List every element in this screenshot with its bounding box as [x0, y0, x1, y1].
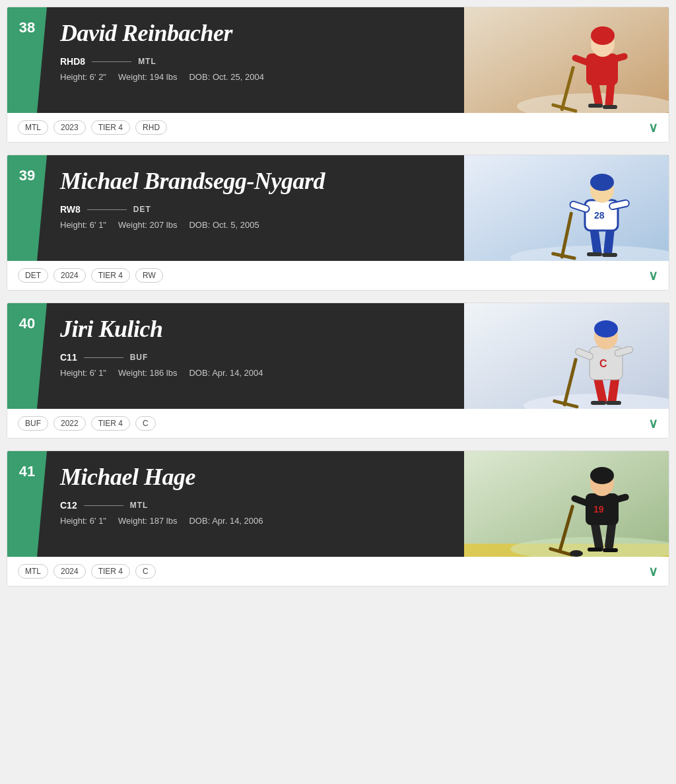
svg-rect-4	[588, 104, 603, 108]
dob-label: DOB: Oct. 25, 2004	[189, 72, 263, 82]
tag-2024: 2024	[53, 268, 86, 283]
svg-rect-18	[602, 253, 617, 257]
card-top-kulich: 40 Jiri Kulich C11 BUF Height: 6' 1" Wei…	[7, 303, 669, 409]
svg-point-23	[590, 174, 614, 191]
player-image-kulich: C	[464, 303, 669, 409]
svg-point-38	[594, 320, 618, 338]
tag-tier-4: TIER 4	[91, 564, 130, 579]
rank-badge-kulich: 40	[7, 303, 47, 409]
position-row-brandsegg: RW8 DET	[60, 204, 455, 215]
team-label-reinbacher: MTL	[138, 57, 156, 66]
svg-text:C: C	[599, 358, 607, 369]
weight-label: Weight: 187 lbs	[118, 516, 177, 526]
card-top-brandsegg: 39 Michael Brandsegg-Nygard RW8 DET Heig…	[7, 155, 669, 261]
expand-chevron-brandsegg[interactable]: ∨	[648, 267, 658, 283]
card-bottom-reinbacher[interactable]: MTL2023TIER 4RHD ∨	[7, 113, 669, 142]
stats-row-reinbacher: Height: 6' 2" Weight: 194 lbs DOB: Oct. …	[60, 72, 455, 82]
tag-2024: 2024	[53, 564, 86, 579]
svg-point-53	[590, 467, 614, 484]
stats-row-hage: Height: 6' 1" Weight: 187 lbs DOB: Apr. …	[60, 516, 455, 526]
tag-rhd: RHD	[135, 120, 167, 135]
weight-label: Weight: 194 lbs	[118, 72, 177, 82]
position-label-reinbacher: RHD8	[60, 56, 85, 67]
expand-chevron-hage[interactable]: ∨	[648, 563, 658, 579]
svg-point-56	[570, 550, 583, 557]
position-label-kulich: C11	[60, 352, 77, 363]
svg-rect-32	[606, 401, 621, 405]
height-label: Height: 6' 1"	[60, 220, 106, 230]
stats-row-brandsegg: Height: 6' 1" Weight: 207 lbs DOB: Oct. …	[60, 220, 455, 230]
divider-line-hage	[84, 505, 123, 506]
player-name-kulich: Jiri Kulich	[60, 315, 455, 343]
card-top-reinbacher: 38 David Reinbacher RHD8 MTL Height: 6' …	[7, 7, 669, 113]
rank-badge-hage: 41	[7, 451, 47, 557]
dob-label: DOB: Apr. 14, 2004	[189, 368, 263, 378]
player-name-reinbacher: David Reinbacher	[60, 19, 455, 47]
position-label-hage: C12	[60, 500, 77, 511]
weight-label: Weight: 207 lbs	[118, 220, 177, 230]
card-info-kulich: Jiri Kulich C11 BUF Height: 6' 1" Weight…	[47, 303, 464, 409]
svg-rect-31	[591, 401, 606, 405]
tag-tier-4: TIER 4	[91, 416, 130, 431]
player-name-hage: Michael Hage	[60, 463, 455, 491]
card-bottom-brandsegg[interactable]: DET2024TIER 4RW ∨	[7, 261, 669, 290]
team-label-brandsegg: DET	[133, 205, 151, 214]
tag-c: C	[135, 564, 156, 579]
position-row-hage: C12 MTL	[60, 500, 455, 511]
player-card-brandsegg: 39 Michael Brandsegg-Nygard RW8 DET Heig…	[7, 155, 669, 291]
svg-rect-5	[603, 105, 617, 109]
player-card-reinbacher: 38 David Reinbacher RHD8 MTL Height: 6' …	[7, 7, 669, 143]
tag-2022: 2022	[53, 416, 86, 431]
height-label: Height: 6' 1"	[60, 368, 106, 378]
expand-chevron-reinbacher[interactable]: ∨	[648, 120, 658, 135]
player-name-brandsegg: Michael Brandsegg-Nygard	[60, 167, 455, 195]
expand-chevron-kulich[interactable]: ∨	[648, 415, 658, 431]
card-info-brandsegg: Michael Brandsegg-Nygard RW8 DET Height:…	[47, 155, 464, 261]
divider-line-reinbacher	[92, 61, 131, 62]
player-image-brandsegg: 28	[464, 155, 669, 261]
tag-det: DET	[18, 268, 48, 283]
player-image-hage: 19	[464, 451, 669, 557]
divider-line-kulich	[84, 357, 123, 358]
card-bottom-hage[interactable]: MTL2024TIER 4C ∨	[7, 557, 669, 586]
tag-c: C	[135, 416, 156, 431]
player-card-kulich: 40 Jiri Kulich C11 BUF Height: 6' 1" Wei…	[7, 303, 669, 439]
tag-tier-4: TIER 4	[91, 120, 130, 135]
card-top-hage: 41 Michael Hage C12 MTL Height: 6' 1" We…	[7, 451, 669, 557]
tag-tier-4: TIER 4	[91, 268, 130, 283]
rank-badge-brandsegg: 39	[7, 155, 47, 261]
player-image-reinbacher	[464, 7, 669, 113]
card-info-reinbacher: David Reinbacher RHD8 MTL Height: 6' 2" …	[47, 7, 464, 113]
card-bottom-kulich[interactable]: BUF2022TIER 4C ∨	[7, 409, 669, 438]
team-label-hage: MTL	[130, 501, 149, 510]
svg-text:28: 28	[594, 210, 605, 221]
height-label: Height: 6' 2"	[60, 72, 106, 82]
dob-label: DOB: Oct. 5, 2005	[189, 220, 259, 230]
rank-badge-reinbacher: 38	[7, 7, 47, 113]
height-label: Height: 6' 1"	[60, 516, 106, 526]
position-row-kulich: C11 BUF	[60, 352, 455, 363]
position-row-reinbacher: RHD8 MTL	[60, 56, 455, 67]
divider-line-brandsegg	[87, 209, 127, 210]
weight-label: Weight: 186 lbs	[118, 368, 177, 378]
player-card-hage: 41 Michael Hage C12 MTL Height: 6' 1" We…	[7, 450, 669, 587]
svg-rect-47	[603, 548, 618, 552]
svg-point-10	[591, 26, 615, 45]
svg-text:19: 19	[593, 504, 604, 515]
tag-mtl: MTL	[18, 564, 48, 579]
team-label-kulich: BUF	[130, 353, 149, 362]
position-label-brandsegg: RW8	[60, 204, 81, 215]
svg-rect-46	[588, 548, 603, 552]
svg-rect-13	[464, 155, 669, 261]
tag-buf: BUF	[18, 416, 48, 431]
stats-row-kulich: Height: 6' 1" Weight: 186 lbs DOB: Apr. …	[60, 368, 455, 378]
tag-mtl: MTL	[18, 120, 48, 135]
card-info-hage: Michael Hage C12 MTL Height: 6' 1" Weigh…	[47, 451, 464, 557]
svg-rect-17	[587, 252, 602, 256]
tag-2023: 2023	[53, 120, 86, 135]
tag-rw: RW	[135, 268, 163, 283]
dob-label: DOB: Apr. 14, 2006	[189, 516, 263, 526]
